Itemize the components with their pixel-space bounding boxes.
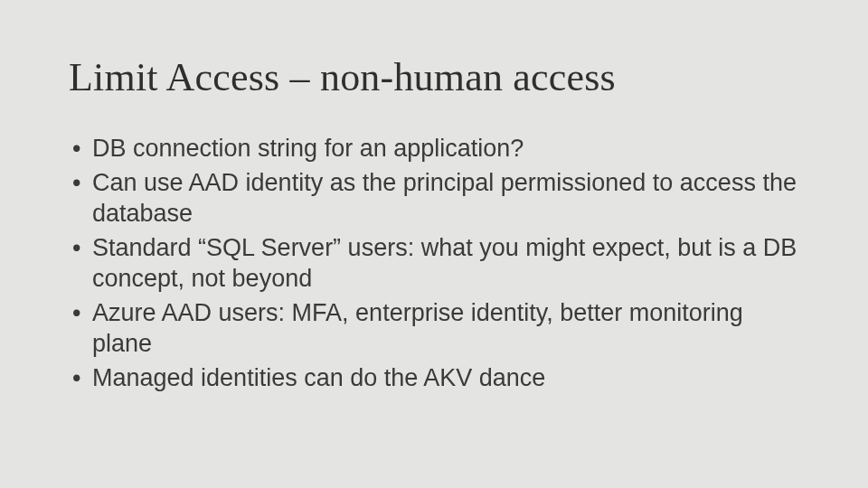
list-item: Standard “SQL Server” users: what you mi… [72, 232, 799, 294]
list-item: Managed identities can do the AKV dance [72, 362, 799, 393]
bullet-list: DB connection string for an application?… [69, 133, 799, 393]
slide: Limit Access – non-human access DB conne… [0, 0, 868, 488]
list-item: Can use AAD identity as the principal pe… [72, 167, 799, 229]
list-item: DB connection string for an application? [72, 133, 799, 164]
slide-title: Limit Access – non-human access [69, 54, 799, 100]
list-item: Azure AAD users: MFA, enterprise identit… [72, 297, 799, 359]
